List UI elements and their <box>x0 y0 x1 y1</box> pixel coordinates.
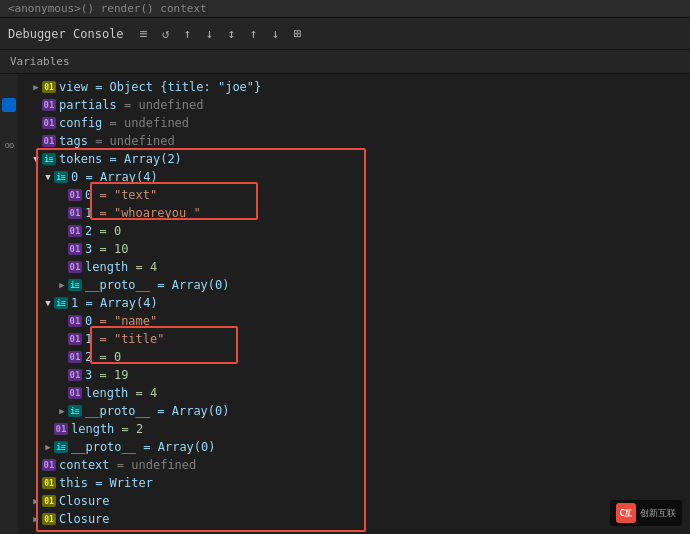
table-row[interactable]: 01 length = 2 <box>18 420 690 438</box>
table-row[interactable]: 01 config = undefined <box>18 114 690 132</box>
toolbar-icon-step-out[interactable]: ↕ <box>224 26 240 42</box>
toolbar-title: Debugger Console <box>8 27 124 41</box>
toolbar-icon-grid[interactable]: ⊞ <box>290 26 306 42</box>
stripe-dot-active <box>2 98 16 112</box>
type-icon-prim: 01 <box>42 459 56 471</box>
watermark-icon: C互 <box>616 503 636 523</box>
table-row[interactable]: ▶ 01 Closure <box>18 510 690 528</box>
table-row[interactable]: 01 3 = 19 <box>18 366 690 384</box>
toggle-proto2[interactable]: ▶ <box>56 405 68 417</box>
type-icon-prim: 01 <box>42 99 56 111</box>
toolbar-icon-refresh[interactable]: ↺ <box>158 26 174 42</box>
watermark: C互 创新互联 <box>610 500 682 526</box>
type-icon-prim: 01 <box>68 261 82 273</box>
toggle-closure1[interactable]: ▶ <box>30 495 42 507</box>
type-icon-prim: 01 <box>68 315 82 327</box>
table-row[interactable]: 01 0 = "name" <box>18 312 690 330</box>
variables-header: Variables <box>0 50 690 74</box>
type-icon-prim: 01 <box>68 387 82 399</box>
type-icon-prim: 01 <box>54 423 68 435</box>
toolbar-icon-menu[interactable]: ≡ <box>136 26 152 42</box>
main-content: oo ▶ 01 view = Object {title: "joe"} 01 … <box>0 74 690 534</box>
toggle-closure2[interactable]: ▶ <box>30 513 42 525</box>
toggle-arr0[interactable]: ▼ <box>42 171 54 183</box>
top-bar-text: <anonymous>() render() context <box>8 2 207 15</box>
type-icon-prim: 01 <box>68 369 82 381</box>
type-icon-arr: i≡ <box>54 441 68 453</box>
watermark-text: 创新互联 <box>640 507 676 520</box>
table-row[interactable]: ▼ i≡ tokens = Array(2) <box>18 150 690 168</box>
toolbar-icon-step-into[interactable]: ↓ <box>202 26 218 42</box>
table-row[interactable]: ▶ i≡ __proto__ = Array(0) <box>18 402 690 420</box>
type-icon-prim: 01 <box>68 225 82 237</box>
left-stripe: oo <box>0 74 18 534</box>
type-icon-prim: 01 <box>42 117 56 129</box>
table-row[interactable]: ▶ i≡ __proto__ = Array(0) <box>18 438 690 456</box>
table-row[interactable]: 01 partials = undefined <box>18 96 690 114</box>
type-icon-arr: i≡ <box>42 153 56 165</box>
table-row[interactable]: 01 context = undefined <box>18 456 690 474</box>
table-row[interactable]: ▶ 01 view = Object {title: "joe"} <box>18 78 690 96</box>
toggle-proto1[interactable]: ▶ <box>56 279 68 291</box>
variables-tree: ▶ 01 view = Object {title: "joe"} 01 par… <box>18 74 690 534</box>
type-icon-obj: 01 <box>42 513 56 525</box>
stripe-dot-oo: oo <box>2 138 16 152</box>
toggle-proto3[interactable]: ▶ <box>42 441 54 453</box>
table-row[interactable]: ▶ i≡ __proto__ = Array(0) <box>18 276 690 294</box>
toolbar-icon-step-over[interactable]: ↑ <box>180 26 196 42</box>
variables-label: Variables <box>10 55 70 68</box>
type-icon-arr: i≡ <box>68 279 82 291</box>
type-icon-prim: 01 <box>68 207 82 219</box>
type-icon-obj: 01 <box>42 81 56 93</box>
toggle-view[interactable]: ▶ <box>30 81 42 93</box>
table-row[interactable]: 01 2 = 0 <box>18 222 690 240</box>
type-icon-arr: i≡ <box>68 405 82 417</box>
table-row[interactable]: 01 length = 4 <box>18 258 690 276</box>
table-row[interactable]: 01 length = 4 <box>18 384 690 402</box>
table-row[interactable]: 01 this = Writer <box>18 474 690 492</box>
table-row[interactable]: ▼ i≡ 0 = Array(4) <box>18 168 690 186</box>
top-bar: <anonymous>() render() context <box>0 0 690 18</box>
type-icon-prim: 01 <box>42 135 56 147</box>
stripe-dot-1 <box>2 78 16 92</box>
table-row[interactable]: 01 1 = "whoareyou " <box>18 204 690 222</box>
toggle-arr1[interactable]: ▼ <box>42 297 54 309</box>
toolbar-icon-continue[interactable]: ↑ <box>246 26 262 42</box>
type-icon-prim: 01 <box>68 189 82 201</box>
table-row[interactable]: ▼ i≡ 1 = Array(4) <box>18 294 690 312</box>
toolbar-icon-stop[interactable]: ↓ <box>268 26 284 42</box>
table-row[interactable]: 01 2 = 0 <box>18 348 690 366</box>
type-icon-obj: 01 <box>42 495 56 507</box>
stripe-dot-3 <box>2 118 16 132</box>
table-row[interactable]: 01 1 = "title" <box>18 330 690 348</box>
type-icon-prim: 01 <box>68 333 82 345</box>
debugger-toolbar: Debugger Console ≡ ↺ ↑ ↓ ↕ ↑ ↓ ⊞ <box>0 18 690 50</box>
table-row[interactable]: ▶ 01 Closure <box>18 492 690 510</box>
type-icon-prim: 01 <box>68 243 82 255</box>
toggle-tokens[interactable]: ▼ <box>30 153 42 165</box>
type-icon-arr: i≡ <box>54 171 68 183</box>
type-icon-prim: 01 <box>68 351 82 363</box>
type-icon-arr: i≡ <box>54 297 68 309</box>
table-row[interactable]: 01 3 = 10 <box>18 240 690 258</box>
type-icon-obj: 01 <box>42 477 56 489</box>
table-row[interactable]: 01 tags = undefined <box>18 132 690 150</box>
table-row[interactable]: 01 0 = "text" <box>18 186 690 204</box>
